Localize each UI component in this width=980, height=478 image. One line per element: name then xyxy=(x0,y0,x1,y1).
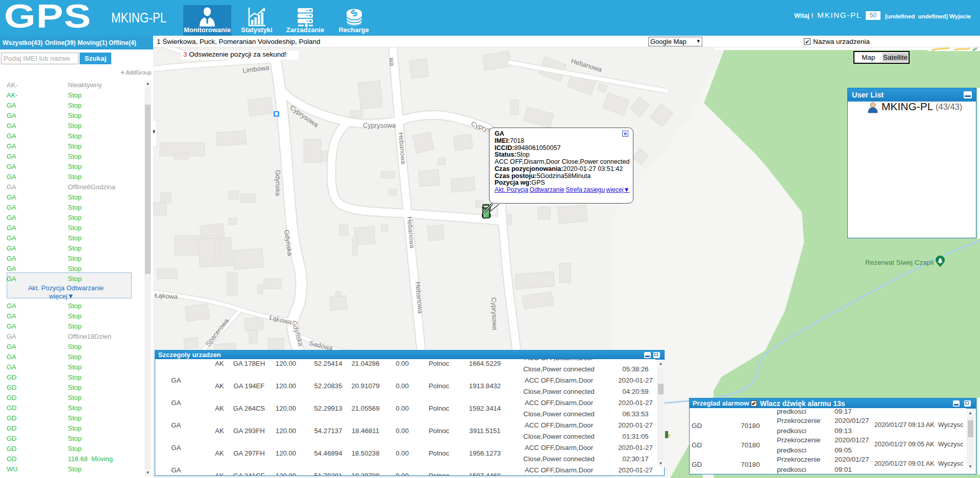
svg-text:Gdyńska: Gdyńska xyxy=(274,170,282,196)
svg-text:wa: wa xyxy=(388,57,396,66)
svg-text:Cyprysowa: Cyprysowa xyxy=(490,297,499,331)
svg-text:Łąkowa: Łąkowa xyxy=(155,291,179,300)
svg-text:Rezerwat Siwej Czapli: Rezerwat Siwej Czapli xyxy=(865,259,934,266)
svg-text:Cyprysowa: Cyprysowa xyxy=(363,121,396,129)
